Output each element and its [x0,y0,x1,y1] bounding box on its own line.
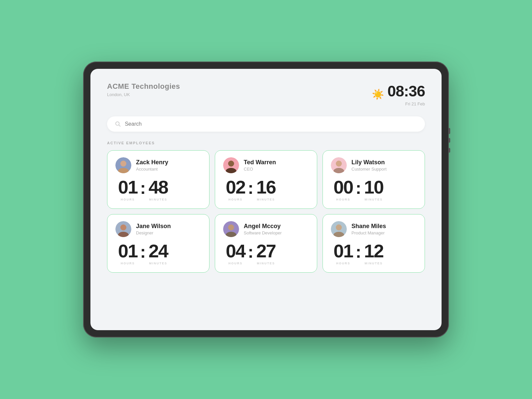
minutes-label-lily: MINUTES [365,198,383,201]
minutes-label-angel: MINUTES [257,262,275,265]
avatar-angel [223,221,239,237]
employee-info-ted: Ted Warren CEO [244,159,276,172]
timer-colon-angel: : [248,243,253,265]
avatar-ted [223,157,239,173]
hours-label-jane: HOURS [121,262,135,265]
hours-group-ted: 02 HOURS [226,178,245,201]
svg-point-15 [228,224,234,230]
minutes-value-zack: 48 [149,178,168,197]
employee-card-zack[interactable]: Zack Henry Accountant 01 HOURS : 48 MINU… [107,150,209,209]
card-header-jane: Jane Wilson Designer [115,221,201,237]
company-location: London, UK [107,92,180,97]
hours-value-lily: 00 [333,178,353,197]
timer-colon-zack: : [140,179,146,201]
employee-info-angel: Angel Mccoy Software Developer [244,223,282,235]
tablet-device: ACME Technologies London, UK ☀️ 08:36 Fr… [83,62,449,337]
svg-point-12 [120,224,126,230]
employee-role-angel: Software Developer [244,230,282,235]
header: ACME Technologies London, UK ☀️ 08:36 Fr… [107,82,425,106]
company-info: ACME Technologies London, UK [107,82,180,97]
tablet-screen: ACME Technologies London, UK ☀️ 08:36 Fr… [90,69,442,330]
employee-card-jane[interactable]: Jane Wilson Designer 01 HOURS : 24 MINUT… [107,214,209,273]
timer-shane: 01 HOURS : 12 MINUTES [331,242,417,265]
employee-role-lily: Customer Support [351,167,387,172]
timer-colon-jane: : [140,243,146,265]
search-icon [115,121,121,127]
minutes-group-lily: 10 MINUTES [364,178,383,201]
card-header-zack: Zack Henry Accountant [115,157,201,173]
hours-group-lily: 00 HOURS [333,178,353,201]
side-button-1 [449,128,450,134]
employees-grid: Zack Henry Accountant 01 HOURS : 48 MINU… [107,150,425,273]
timer-angel: 04 HOURS : 27 MINUTES [223,242,309,265]
minutes-label-zack: MINUTES [149,198,168,201]
minutes-group-jane: 24 MINUTES [149,242,168,265]
minutes-value-lily: 10 [364,178,383,197]
sun-icon: ☀️ [372,88,384,100]
side-button-3 [449,148,450,153]
hours-group-zack: 01 HOURS [118,178,137,201]
timer-lily: 00 HOURS : 10 MINUTES [331,178,417,201]
avatar-lily [331,157,347,173]
hours-label-angel: HOURS [228,262,243,265]
current-date: Fri 21 Feb [387,101,425,106]
employee-name-ted: Ted Warren [244,159,276,166]
employee-card-ted[interactable]: Ted Warren CEO 02 HOURS : 16 MINUTES [215,150,317,209]
avatar-shane [331,221,347,237]
employee-card-shane[interactable]: Shane Miles Product Manager 01 HOURS : 1… [323,214,425,273]
minutes-value-jane: 24 [149,242,168,260]
minutes-label-ted: MINUTES [257,198,275,201]
time-section: ☀️ 08:36 Fri 21 Feb [372,82,425,106]
card-header-shane: Shane Miles Product Manager [331,221,417,237]
avatar-jane [115,221,131,237]
svg-line-1 [119,125,120,126]
section-label: ACTIVE EMPLOYEES [107,141,425,145]
employee-card-lily[interactable]: Lily Watson Customer Support 00 HOURS : … [323,150,425,209]
employee-info-lily: Lily Watson Customer Support [351,159,387,172]
hours-group-angel: 04 HOURS [226,242,245,265]
company-name: ACME Technologies [107,82,180,91]
svg-point-9 [336,161,342,167]
minutes-group-ted: 16 MINUTES [256,178,276,201]
current-time: 08:36 [387,82,425,100]
timer-zack: 01 HOURS : 48 MINUTES [115,178,201,201]
timer-jane: 01 HOURS : 24 MINUTES [115,242,201,265]
timer-colon-shane: : [355,243,361,265]
minutes-group-zack: 48 MINUTES [149,178,168,201]
svg-point-3 [120,161,126,167]
hours-value-ted: 02 [226,178,245,197]
hours-label-lily: HOURS [336,198,350,201]
employee-info-shane: Shane Miles Product Manager [351,223,386,235]
svg-point-18 [336,224,342,230]
timer-colon-lily: : [355,179,361,201]
employee-name-shane: Shane Miles [351,223,386,230]
card-header-ted: Ted Warren CEO [223,157,309,173]
timer-colon-ted: : [248,179,253,201]
hours-group-shane: 01 HOURS [333,242,353,265]
timer-ted: 02 HOURS : 16 MINUTES [223,178,309,201]
minutes-group-shane: 12 MINUTES [364,242,383,265]
employee-name-jane: Jane Wilson [136,223,171,230]
svg-point-6 [228,161,234,167]
employee-card-angel[interactable]: Angel Mccoy Software Developer 04 HOURS … [215,214,317,273]
search-bar[interactable] [107,116,425,132]
side-button-2 [449,138,450,143]
hours-value-angel: 04 [226,242,245,260]
employee-role-zack: Accountant [136,167,168,172]
minutes-label-shane: MINUTES [365,262,383,265]
search-input[interactable] [125,121,417,127]
minutes-value-shane: 12 [364,242,383,260]
employee-info-jane: Jane Wilson Designer [136,223,171,235]
hours-value-zack: 01 [118,178,137,197]
employee-name-angel: Angel Mccoy [244,223,282,230]
minutes-value-ted: 16 [256,178,276,197]
employee-info-zack: Zack Henry Accountant [136,159,168,172]
employee-role-shane: Product Manager [351,230,386,235]
employee-role-ted: CEO [244,167,276,172]
employee-name-lily: Lily Watson [351,159,387,166]
employee-name-zack: Zack Henry [136,159,168,166]
card-header-lily: Lily Watson Customer Support [331,157,417,173]
hours-value-shane: 01 [333,242,353,260]
employee-role-jane: Designer [136,230,171,235]
card-header-angel: Angel Mccoy Software Developer [223,221,309,237]
